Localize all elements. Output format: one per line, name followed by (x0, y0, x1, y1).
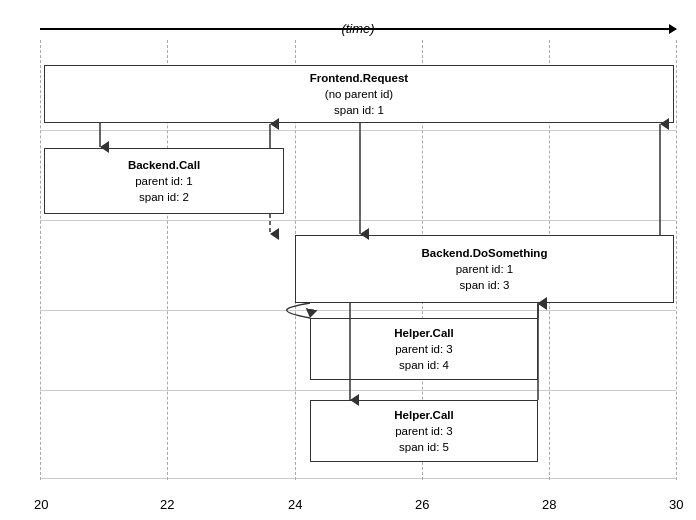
time-marker-22: 22 (160, 497, 174, 512)
span-helper-call-4-spanid: span id: 4 (399, 357, 449, 373)
time-axis: (time) (40, 18, 676, 38)
span-backend-call: Backend.Call parent id: 1 span id: 2 (44, 148, 284, 214)
span-helper-call-5: Helper.Call parent id: 3 span id: 5 (310, 400, 538, 462)
span-helper-call-4-parentid: parent id: 3 (395, 341, 453, 357)
span-frontend-request-spanid: span id: 1 (334, 102, 384, 118)
h-line-2 (40, 220, 676, 221)
time-label: (time) (341, 21, 374, 36)
span-helper-call-4-name: Helper.Call (394, 325, 453, 341)
grid-line-20 (40, 40, 41, 480)
time-marker-20: 20 (34, 497, 48, 512)
span-backend-call-name: Backend.Call (128, 157, 200, 173)
time-marker-28: 28 (542, 497, 556, 512)
span-helper-call-5-spanid: span id: 5 (399, 439, 449, 455)
h-line-4 (40, 390, 676, 391)
span-backend-call-spanid: span id: 2 (139, 189, 189, 205)
h-line-5 (40, 478, 676, 479)
span-frontend-request: Frontend.Request (no parent id) span id:… (44, 65, 674, 123)
span-helper-call-5-name: Helper.Call (394, 407, 453, 423)
span-backend-dosomething: Backend.DoSomething parent id: 1 span id… (295, 235, 674, 303)
span-helper-call-4: Helper.Call parent id: 3 span id: 4 (310, 318, 538, 380)
grid-line-30 (676, 40, 677, 480)
time-marker-24: 24 (288, 497, 302, 512)
time-marker-30: 30 (669, 497, 683, 512)
time-marker-26: 26 (415, 497, 429, 512)
span-backend-dosomething-spanid: span id: 3 (460, 277, 510, 293)
span-backend-dosomething-parentid: parent id: 1 (456, 261, 514, 277)
span-helper-call-5-parentid: parent id: 3 (395, 423, 453, 439)
span-backend-dosomething-name: Backend.DoSomething (422, 245, 548, 261)
h-line-3 (40, 310, 676, 311)
span-frontend-request-parentid: (no parent id) (325, 86, 393, 102)
h-line-1 (40, 130, 676, 131)
span-frontend-request-name: Frontend.Request (310, 70, 408, 86)
diagram: (time) Frontend.Request (no parent id) s… (0, 0, 696, 520)
span-backend-call-parentid: parent id: 1 (135, 173, 193, 189)
